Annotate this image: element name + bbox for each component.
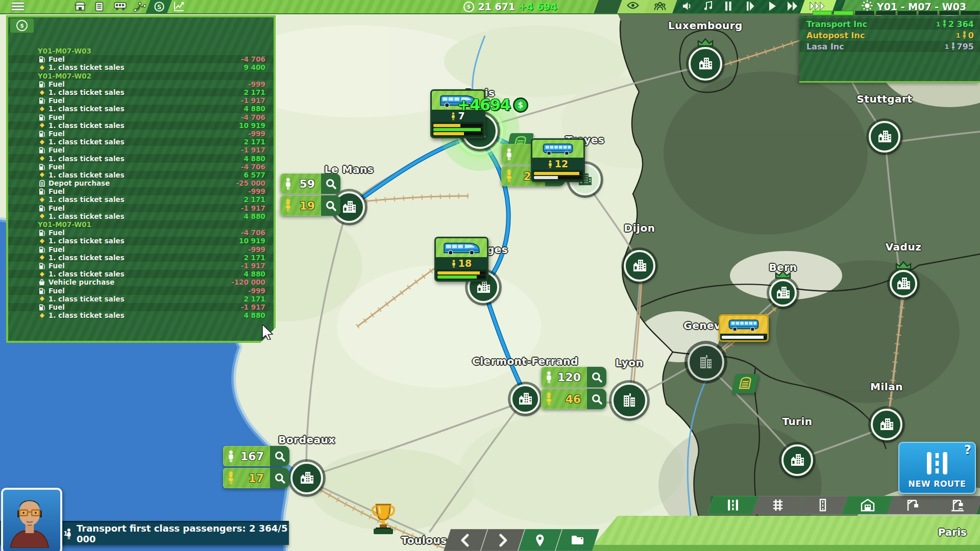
leaderboard-row-autopost-inc[interactable]: Autopost Inc10: [799, 30, 980, 41]
finance-entry-amount: 2 171: [244, 138, 265, 146]
week-progress-segment: [813, 11, 832, 15]
ticket-icon: [38, 64, 46, 71]
city-marker-turin[interactable]: [781, 444, 813, 476]
menu-icon[interactable]: [11, 2, 24, 11]
player-avatar[interactable]: [1, 488, 62, 551]
build-rail-button[interactable]: [752, 496, 803, 514]
music-icon[interactable]: [703, 1, 714, 11]
ticket-icon: [38, 238, 46, 244]
city-marker-bordeaux[interactable]: [290, 462, 323, 494]
city-label-vaduz: Vaduz: [886, 241, 922, 253]
finance-entry-amount: 2 171: [244, 295, 265, 303]
pause-icon[interactable]: [725, 2, 732, 11]
inspect-button[interactable]: [321, 195, 340, 216]
vehicle-list-icon[interactable]: [114, 2, 127, 11]
fuel-icon: [38, 287, 46, 294]
build-garage-button[interactable]: [842, 496, 893, 514]
leaderboard-row-lasa-inc[interactable]: Lasa Inc1795: [799, 41, 980, 52]
city-buildings-icon: [341, 199, 357, 215]
leaderboard-row-transport-inc[interactable]: Transport Inc12 364: [799, 18, 980, 30]
contracts-icon[interactable]: [95, 2, 104, 12]
city-marker-lyon[interactable]: [611, 383, 647, 418]
finance-entry-label: Fuel: [48, 287, 248, 295]
finance-entry-amount: -1 917: [241, 303, 265, 311]
city-label-turin: Turin: [782, 415, 812, 428]
city-marker-luxembourg[interactable]: [689, 47, 722, 81]
sound-icon[interactable]: [682, 2, 692, 11]
finance-entry: Fuel-4 706: [8, 229, 274, 237]
vehicle-popup-geneva[interactable]: [719, 314, 769, 342]
prev-icon: [459, 534, 472, 547]
finances-tab[interactable]: $: [10, 18, 34, 33]
garage-icon: [861, 498, 875, 512]
finance-entry: 1. class ticket sales4 880: [8, 212, 274, 220]
city-marker-bern[interactable]: [769, 279, 797, 307]
finance-entry-amount: -999: [248, 245, 265, 254]
visibility-icon[interactable]: [627, 2, 639, 9]
finance-log-panel[interactable]: $ Y01-M07-W03Fuel-4 7061. class ticket s…: [6, 15, 276, 343]
help-button[interactable]: ?: [964, 443, 971, 457]
prev-button[interactable]: [444, 529, 487, 551]
ticket-icon: [38, 295, 46, 302]
routes-folder-button[interactable]: [555, 529, 599, 551]
inspect-button[interactable]: [321, 173, 340, 194]
next-icon: [496, 534, 509, 547]
finance-entry-label: 1. class ticket sales: [48, 295, 244, 303]
first-class-passenger-icon: [541, 392, 556, 406]
finance-entry: 1. class ticket sales2 171: [8, 88, 274, 96]
market-icon[interactable]: [75, 2, 86, 11]
ticket-icon: [38, 171, 46, 178]
inspect-button[interactable]: [587, 367, 606, 387]
fuel-icon: [38, 114, 46, 121]
build-harbor-crane-button[interactable]: [887, 496, 938, 514]
vehicle-popup-bourges[interactable]: 18: [434, 237, 488, 282]
next-button[interactable]: [481, 529, 525, 551]
airport-icon: [816, 498, 829, 512]
statistics-icon[interactable]: [174, 2, 185, 12]
finance-entry-label: Fuel: [48, 303, 241, 311]
vehicle-popup-troyes[interactable]: 12: [531, 138, 585, 182]
fuel-icon: [38, 205, 46, 212]
finances-icon[interactable]: S: [154, 1, 165, 12]
routes-icon[interactable]: [134, 2, 146, 12]
play-icon[interactable]: [769, 2, 776, 11]
finance-entry-label: 1. class ticket sales: [48, 155, 244, 163]
capital-crown-icon: [774, 270, 792, 281]
waiting-count: 46: [556, 393, 585, 406]
city-marker-milan[interactable]: [871, 409, 902, 440]
depot-tab-geneva[interactable]: [731, 374, 759, 393]
fastest-icon[interactable]: [810, 2, 826, 11]
inspect-button[interactable]: [587, 389, 606, 409]
population-icon[interactable]: [654, 2, 666, 11]
inspect-button[interactable]: [270, 468, 289, 488]
money-display: $ 21 671 +4 694: [444, 0, 577, 13]
ticket-icon: [38, 106, 46, 112]
income-amount: +4694: [457, 96, 510, 114]
city-marker-dijon[interactable]: [624, 250, 655, 282]
step-icon[interactable]: [746, 2, 754, 11]
fuel-icon: [38, 56, 46, 63]
city-label-dijon: Dijon: [624, 222, 655, 234]
locate-button[interactable]: [518, 529, 562, 551]
fuel-icon: [38, 97, 46, 104]
fast-forward-icon[interactable]: [787, 2, 798, 11]
build-road-button[interactable]: [707, 496, 758, 514]
finance-entry-label: 1. class ticket sales: [48, 121, 239, 130]
city-marker-geneva[interactable]: [688, 344, 724, 381]
city-marker-vaduz[interactable]: [890, 270, 917, 297]
finance-entry-label: 1. class ticket sales: [48, 195, 244, 204]
inspect-button[interactable]: [270, 446, 289, 466]
finance-entry-amount: -999: [248, 80, 265, 88]
city-buildings-icon: [879, 417, 894, 432]
city-marker-clermont-ferrand[interactable]: [510, 384, 540, 414]
finance-entry-label: 1. class ticket sales: [48, 212, 244, 220]
map-navigation-bar: [447, 529, 596, 551]
new-route-button[interactable]: NEW ROUTE ?: [898, 442, 976, 494]
city-marker-stuttgart[interactable]: [869, 121, 900, 153]
waiting-count: 19: [296, 199, 319, 212]
finance-entry-amount: 2 171: [244, 195, 265, 204]
build-airport-button[interactable]: [797, 496, 848, 514]
build-port-crane-button[interactable]: [932, 496, 980, 514]
city-info-bordeaux: 16717: [223, 446, 289, 488]
finance-entry-label: 1. class ticket sales: [48, 88, 244, 96]
